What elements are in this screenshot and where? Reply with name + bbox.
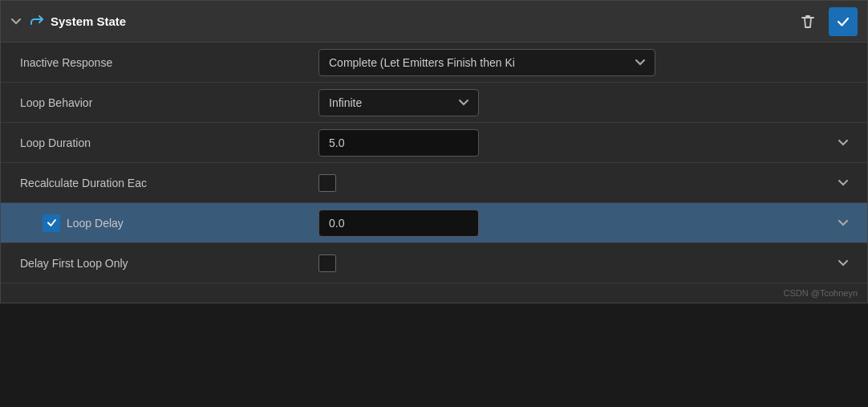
content-loop-duration [318,129,832,157]
panel-title: System State [51,14,126,28]
expand-recalculate-duration[interactable] [832,172,854,194]
label-loop-behavior: Loop Behavior [14,96,318,109]
enable-checkbox[interactable] [829,7,858,36]
collapse-icon[interactable] [10,16,22,27]
row-recalculate-duration: Recalculate Duration Eac [1,163,867,203]
delete-button[interactable] [793,7,822,36]
content-delay-first-loop [318,254,832,272]
dropdown-chevron-loop-behavior [459,100,468,106]
label-text-loop-delay: Loop Delay [67,217,124,230]
checkbox-loop-delay[interactable] [43,214,60,232]
dropdown-inactive-response[interactable]: Complete (Let Emitters Finish then Ki [318,49,655,76]
watermark: CSDN @Tcohneyn [1,283,867,303]
label-inactive-response: Inactive Response [14,56,318,69]
redo-icon [28,14,44,30]
rows-container: Inactive ResponseComplete (Let Emitters … [1,43,867,283]
content-recalculate-duration [318,174,832,192]
row-inactive-response: Inactive ResponseComplete (Let Emitters … [1,43,867,83]
expand-loop-delay[interactable] [832,212,854,234]
content-inactive-response: Complete (Let Emitters Finish then Ki [318,49,854,76]
input-loop-duration[interactable] [318,129,479,157]
label-loop-delay: Loop Delay [14,214,318,232]
panel-header: System State [1,1,867,43]
header-left: System State [10,14,126,30]
expand-delay-first-loop[interactable] [832,252,854,275]
checkbox-recalculate-duration[interactable] [318,174,336,192]
label-loop-duration: Loop Duration [14,136,318,149]
expand-loop-duration[interactable] [832,132,854,154]
dropdown-loop-behavior[interactable]: Infinite [318,89,479,116]
dropdown-chevron-inactive-response [635,59,645,66]
row-loop-delay: Loop Delay [1,203,867,243]
label-delay-first-loop: Delay First Loop Only [14,257,318,270]
row-loop-duration: Loop Duration [1,123,867,163]
checkbox-delay-first-loop[interactable] [318,254,336,272]
input-loop-delay[interactable] [318,210,479,237]
system-state-panel: System State Inactive ResponseComplete (… [0,0,868,303]
content-loop-behavior: Infinite [318,89,854,116]
row-delay-first-loop: Delay First Loop Only [1,243,867,283]
header-right [793,7,858,36]
row-loop-behavior: Loop BehaviorInfinite [1,83,867,123]
content-loop-delay [318,210,832,237]
label-recalculate-duration: Recalculate Duration Eac [14,177,318,189]
